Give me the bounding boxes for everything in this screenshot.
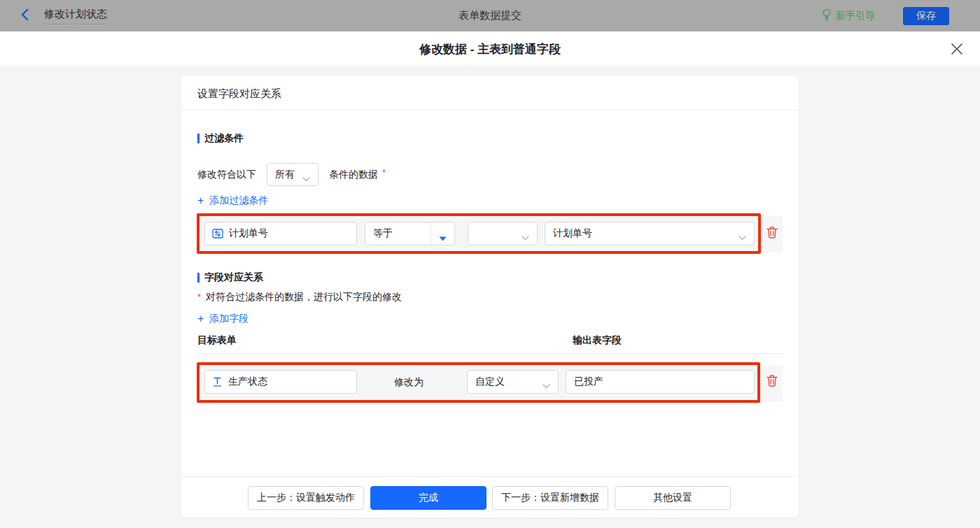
mapping-mode-value: 自定义 — [468, 376, 505, 388]
mapping-field-value: 生产状态 — [223, 376, 267, 388]
add-filter-condition-label: 添加过滤条件 — [209, 194, 268, 207]
flow-title[interactable]: 修改计划状态 — [44, 8, 107, 24]
plus-icon: + — [197, 313, 204, 324]
section-accent-bar — [197, 134, 200, 143]
operator-divider — [430, 222, 431, 245]
next-step-button[interactable]: 下一步：设置新增数据 — [492, 486, 608, 510]
filter-field-value: 计划单号 — [223, 227, 268, 240]
chevron-down-icon — [738, 231, 746, 243]
filter-field-select[interactable]: 计划单号 — [204, 222, 357, 245]
filter-compare-field-value: 计划单号 — [545, 227, 592, 240]
caret-down-filled-icon — [439, 232, 447, 243]
match-prefix-label: 修改符合以下 — [197, 169, 256, 181]
modal-title: 修改数据 - 主表到普通字段 — [0, 31, 980, 66]
filter-section-title: 过滤条件 — [197, 132, 244, 145]
trash-icon — [765, 225, 779, 243]
chevron-down-icon — [522, 231, 529, 243]
filter-section-label: 过滤条件 — [204, 132, 244, 145]
match-suffix-label: 条件的数据 — [329, 169, 378, 181]
topbar-left: 修改计划状态 — [20, 0, 107, 31]
modify-to-label: 修改为 — [394, 376, 424, 389]
section-accent-bar — [197, 273, 200, 283]
delete-mapping-row-button[interactable] — [764, 374, 780, 390]
trash-icon — [765, 373, 779, 391]
mapping-section-label: 字段对应关系 — [204, 271, 263, 284]
match-scope-select[interactable]: 所有 — [267, 163, 318, 186]
required-mark: * — [382, 167, 386, 178]
mapping-description-row: * 对符合过滤条件的数据，进行以下字段的修改 — [197, 291, 402, 304]
back-button[interactable] — [20, 8, 30, 24]
mapping-mode-select[interactable]: 自定义 — [467, 370, 559, 394]
topbar: 修改计划状态 表单数据提交 新手引导 保存 — [0, 0, 980, 31]
chevron-down-icon — [542, 380, 550, 391]
match-scope-value: 所有 — [275, 169, 295, 181]
column-header-output-field: 输出表字段 — [573, 334, 622, 347]
filter-value-type-select[interactable] — [468, 222, 538, 245]
mapping-value-text: 已投产 — [566, 376, 603, 388]
mapping-value-input[interactable]: 已投产 — [566, 370, 755, 394]
settings-card: 设置字段对应关系 过滤条件 修改符合以下 所有 条件的数据 * + — [181, 76, 799, 518]
column-header-target-form: 目标表单 — [197, 334, 237, 347]
required-mark: * — [197, 292, 201, 302]
screen: 修改计划状态 表单数据提交 新手引导 保存 修改数据 - 主表到普通字段 设置字… — [0, 0, 980, 528]
lightbulb-icon — [822, 8, 832, 24]
delete-filter-row-button[interactable] — [764, 226, 780, 241]
topbar-right: 新手引导 保存 — [822, 0, 949, 31]
card-header-divider — [181, 110, 799, 110]
add-field-label: 添加字段 — [209, 313, 248, 325]
text-field-icon — [212, 376, 223, 387]
card-footer-divider — [181, 476, 799, 477]
modal-header: 修改数据 - 主表到普通字段 — [0, 31, 980, 66]
filter-operator-value: 等于 — [365, 227, 393, 240]
filter-operator-select[interactable]: 等于 — [365, 222, 455, 245]
mapping-description: 对符合过滤条件的数据，进行以下字段的修改 — [206, 291, 402, 304]
beginner-guide-label: 新手引导 — [836, 10, 875, 22]
other-settings-button[interactable]: 其他设置 — [615, 486, 731, 510]
mapping-section-title: 字段对应关系 — [197, 271, 263, 284]
done-button[interactable]: 完成 — [370, 486, 486, 510]
add-filter-condition-link[interactable]: + 添加过滤条件 — [197, 194, 268, 207]
mapping-field-select[interactable]: 生产状态 — [204, 370, 357, 394]
beginner-guide-button[interactable]: 新手引导 — [822, 8, 875, 24]
modal-body: 设置字段对应关系 过滤条件 修改符合以下 所有 条件的数据 * + — [0, 67, 980, 528]
save-button[interactable]: 保存 — [903, 7, 949, 25]
filter-compare-field-select[interactable]: 计划单号 — [545, 222, 755, 245]
chevron-down-icon — [302, 173, 310, 184]
column-header-divider — [197, 353, 783, 354]
back-chevron-icon — [20, 8, 30, 24]
card-title: 设置字段对应关系 — [197, 87, 281, 101]
prev-step-button[interactable]: 上一步：设置触发动作 — [248, 486, 364, 510]
add-field-link[interactable]: + 添加字段 — [197, 313, 248, 325]
match-condition-row: 修改符合以下 所有 条件的数据 * — [197, 163, 386, 186]
plus-icon: + — [197, 195, 204, 206]
serial-field-icon — [212, 228, 223, 239]
close-icon[interactable] — [951, 43, 963, 55]
